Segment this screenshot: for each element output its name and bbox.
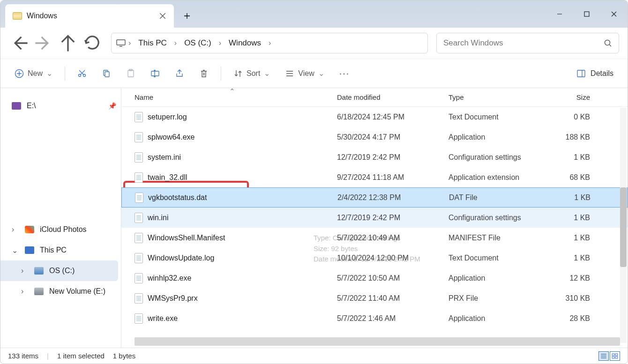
- forward-button[interactable]: [33, 33, 54, 53]
- breadcrumb[interactable]: › This PC › OS (C:) › Windows ›: [111, 33, 428, 53]
- scrollbar-thumb[interactable]: [620, 187, 627, 267]
- file-icon: [135, 193, 143, 203]
- file-row[interactable]: vgkbootstatus.dat2/4/2022 12:38 PMDAT Fi…: [121, 187, 628, 208]
- active-tab[interactable]: Windows: [5, 4, 174, 28]
- column-header-type[interactable]: Type: [449, 93, 542, 101]
- cut-button[interactable]: [72, 64, 92, 83]
- sidebar-item-e-drive[interactable]: E:\ 📌: [0, 96, 121, 116]
- thumbnails-view-button[interactable]: [610, 351, 620, 361]
- sidebar-item-icloud[interactable]: › iCloud Photos: [0, 219, 121, 240]
- copy-button[interactable]: [96, 64, 117, 83]
- chevron-right-icon[interactable]: ›: [21, 267, 29, 275]
- view-button[interactable]: View⌄: [279, 64, 329, 83]
- refresh-button[interactable]: [82, 33, 103, 53]
- file-date: 5/30/2024 4:17 PM: [337, 133, 449, 141]
- file-row[interactable]: system.ini12/7/2019 2:42 PMConfiguration…: [121, 147, 628, 167]
- file-type: Configuration settings: [449, 214, 542, 222]
- chevron-right-icon[interactable]: ›: [268, 39, 272, 47]
- column-header-date[interactable]: Date modified: [337, 93, 449, 101]
- file-icon: [135, 152, 143, 163]
- file-name: vgkbootstatus.dat: [148, 193, 207, 202]
- more-button[interactable]: ···: [334, 64, 356, 83]
- breadcrumb-this-pc[interactable]: This PC: [134, 37, 171, 50]
- pin-icon[interactable]: 📌: [108, 102, 116, 110]
- file-icon: [135, 132, 143, 142]
- file-type: Application: [449, 274, 542, 282]
- maximize-button[interactable]: [573, 0, 600, 28]
- maximize-icon: [583, 11, 590, 17]
- file-icon: [135, 213, 143, 223]
- file-icon: [135, 293, 143, 304]
- list-icon: [600, 353, 607, 359]
- file-row[interactable]: WMSysPr9.prx5/7/2022 11:40 AMPRX File310…: [121, 288, 628, 308]
- delete-button[interactable]: [194, 64, 214, 83]
- file-size: 310 KB: [542, 294, 598, 303]
- plus-icon: [184, 13, 190, 19]
- file-row[interactable]: win.ini12/7/2019 2:42 PMConfiguration se…: [121, 208, 628, 228]
- file-row[interactable]: winhlp32.exe5/7/2022 10:50 AMApplication…: [121, 268, 628, 288]
- svg-rect-8: [128, 70, 134, 77]
- chevron-right-icon[interactable]: ›: [127, 39, 132, 47]
- chevron-down-icon: ⌄: [264, 69, 270, 78]
- view-mode-switcher: [598, 351, 620, 361]
- chevron-right-icon[interactable]: ›: [12, 225, 19, 234]
- new-button[interactable]: New ⌄: [9, 64, 58, 83]
- file-type: DAT File: [449, 193, 543, 202]
- vertical-scrollbar[interactable]: [620, 108, 627, 343]
- breadcrumb-drive[interactable]: OS (C:): [179, 37, 216, 50]
- chevron-right-icon[interactable]: ›: [173, 39, 178, 47]
- chevron-right-icon[interactable]: ›: [21, 287, 29, 296]
- grid-icon: [612, 353, 618, 359]
- sort-button[interactable]: Sort⌄: [228, 64, 276, 83]
- paste-button[interactable]: [120, 64, 141, 83]
- svg-rect-11: [577, 70, 585, 77]
- sidebar: E:\ 📌 › iCloud Photos ⌄ This PC › OS (C:…: [0, 88, 121, 348]
- svg-point-5: [83, 74, 86, 76]
- file-row[interactable]: splwow64.exe5/30/2024 4:17 PMApplication…: [121, 127, 628, 147]
- file-list-pane: ⌃ Name Date modified Type Size Type: Con…: [121, 88, 628, 348]
- file-row[interactable]: setuperr.log6/18/2024 12:45 PMText Docum…: [121, 107, 628, 127]
- search-placeholder: Search Windows: [443, 38, 599, 48]
- file-date: 9/27/2024 11:18 AM: [337, 173, 449, 182]
- back-button[interactable]: [9, 33, 30, 53]
- details-view-button[interactable]: [598, 351, 609, 361]
- file-row[interactable]: twain_32.dll9/27/2024 11:18 AMApplicatio…: [121, 167, 628, 187]
- file-name: twain_32.dll: [148, 173, 187, 182]
- sidebar-item-new-volume[interactable]: › New Volume (E:): [0, 281, 121, 302]
- minimize-button[interactable]: [546, 0, 573, 28]
- file-date: 5/7/2022 10:49 AM: [337, 234, 449, 242]
- share-button[interactable]: [169, 64, 190, 83]
- file-row[interactable]: WindowsUpdate.log10/10/2024 12:00 PMText…: [121, 248, 628, 268]
- folder-icon: [13, 12, 22, 20]
- up-button[interactable]: [58, 33, 78, 53]
- close-icon: [159, 12, 166, 20]
- close-tab-button[interactable]: [159, 12, 166, 20]
- sidebar-item-this-pc[interactable]: ⌄ This PC: [0, 240, 121, 260]
- chevron-right-icon[interactable]: ›: [218, 39, 222, 47]
- details-pane-button[interactable]: Details: [571, 64, 619, 83]
- file-row[interactable]: write.exe5/7/2022 1:46 AMApplication28 K…: [121, 308, 628, 328]
- horizontal-scrollbar[interactable]: [135, 337, 620, 346]
- svg-point-2: [605, 40, 610, 45]
- file-row[interactable]: WindowsShell.Manifest5/7/2022 10:49 AMMA…: [121, 228, 628, 248]
- column-header-size[interactable]: Size: [542, 93, 598, 101]
- close-window-button[interactable]: [600, 0, 628, 28]
- breadcrumb-folder[interactable]: Windows: [224, 37, 266, 50]
- file-size: 1 KB: [542, 254, 598, 262]
- file-type: Text Document: [449, 254, 542, 262]
- drive-icon: [34, 288, 44, 295]
- monitor-icon: [116, 39, 126, 47]
- drive-icon: [34, 267, 44, 275]
- file-date: 5/7/2022 1:46 AM: [337, 314, 449, 323]
- title-bar: Windows: [0, 0, 628, 28]
- rename-button[interactable]: [145, 64, 165, 83]
- search-icon: [604, 39, 612, 47]
- chevron-down-icon[interactable]: ⌄: [12, 246, 19, 255]
- column-header-name[interactable]: Name: [135, 93, 337, 101]
- new-tab-button[interactable]: [179, 4, 194, 28]
- search-input[interactable]: Search Windows: [436, 33, 619, 53]
- file-size: 188 KB: [542, 133, 598, 141]
- sidebar-item-os-c[interactable]: › OS (C:): [0, 260, 118, 281]
- close-icon: [611, 11, 617, 17]
- file-date: 12/7/2019 2:42 PM: [337, 214, 449, 222]
